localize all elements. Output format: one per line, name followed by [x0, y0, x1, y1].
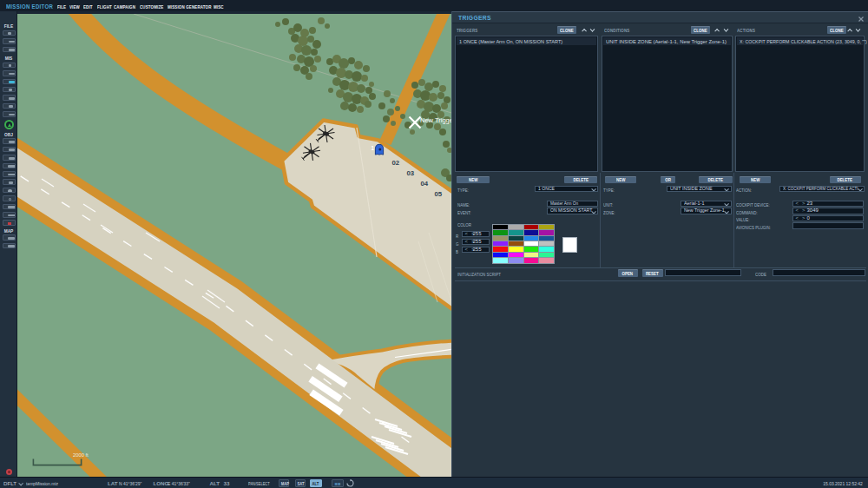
svg-text:03: 03 [407, 169, 415, 177]
svg-text:New Trigger Z: New Trigger Z [420, 116, 451, 124]
svg-text:05: 05 [435, 190, 443, 198]
svg-text:02: 02 [392, 159, 400, 167]
svg-text:1: 1 [372, 145, 375, 151]
svg-text:04: 04 [421, 180, 429, 188]
svg-text:2000 ft: 2000 ft [73, 452, 89, 458]
